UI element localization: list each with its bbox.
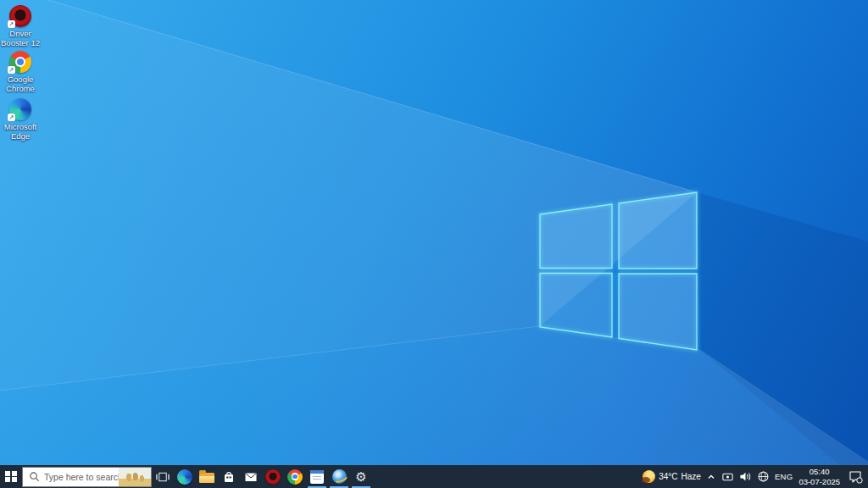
- windows-start-icon: [5, 471, 17, 483]
- meet-now-icon: [721, 470, 734, 483]
- taskbar-driver-booster[interactable]: [262, 465, 284, 488]
- edge-icon: [177, 469, 192, 485]
- clock[interactable]: 05:40 03-07-2025: [795, 465, 843, 488]
- taskbar-document-app[interactable]: [306, 465, 328, 488]
- chrome-icon: [287, 469, 303, 485]
- desktop-icon-label: Google Chrome: [0, 75, 41, 93]
- taskbar-settings[interactable]: ⚙: [350, 465, 372, 488]
- task-view-button[interactable]: [152, 465, 174, 488]
- driver-booster-icon: [265, 469, 281, 485]
- language-indicator[interactable]: ENG: [772, 465, 796, 488]
- search-icon: [29, 471, 40, 482]
- mail-icon: [244, 470, 258, 484]
- windows-desktop: ↗ Driver Booster 12 ↗ Google Chrome ↗ Mi…: [0, 0, 868, 488]
- search-highlight-image[interactable]: [119, 468, 151, 486]
- taskbar-microsoft-store[interactable]: [218, 465, 240, 488]
- network-globe-icon: [757, 470, 770, 483]
- taskbar-edge[interactable]: [174, 465, 196, 488]
- taskbar-web-tool-app[interactable]: [328, 465, 350, 488]
- document-app-icon: [310, 470, 324, 484]
- language-label: ENG: [775, 472, 793, 481]
- notification-bubble-icon: [849, 469, 863, 484]
- store-icon: [222, 470, 236, 484]
- system-tray: 34°C Haze: [640, 465, 868, 488]
- chevron-up-icon: [706, 472, 716, 482]
- taskbar-file-explorer[interactable]: [196, 465, 218, 488]
- desktop-icon-label: Microsoft Edge: [0, 123, 41, 141]
- taskbar-chrome[interactable]: [284, 465, 306, 488]
- globe-swoosh-icon: [332, 469, 347, 484]
- date-label: 03-07-2025: [798, 477, 840, 486]
- weather-temperature: 34°C: [659, 472, 677, 481]
- taskbar-search[interactable]: [22, 467, 152, 487]
- show-hidden-icons-button[interactable]: [704, 465, 719, 488]
- start-button[interactable]: [0, 465, 22, 488]
- shortcut-arrow-icon: ↗: [8, 114, 15, 121]
- desktop-icon-label: Driver Booster 12: [0, 30, 41, 47]
- desktop-icon-microsoft-edge[interactable]: ↗ Microsoft Edge: [0, 98, 41, 141]
- taskbar-mail[interactable]: [240, 465, 262, 488]
- taskbar: ⚙ 34°C Haze: [0, 465, 868, 488]
- weather-condition: Haze: [682, 472, 701, 481]
- meet-now-button[interactable]: [719, 465, 737, 488]
- shortcut-arrow-icon: ↗: [8, 20, 15, 28]
- search-input[interactable]: [44, 472, 119, 482]
- volume-button[interactable]: [737, 465, 754, 488]
- weather-haze-icon: [643, 470, 655, 483]
- shortcut-arrow-icon: ↗: [8, 66, 15, 74]
- desktop-icon-driver-booster[interactable]: ↗ Driver Booster 12: [0, 5, 41, 47]
- time-label: 05:40: [810, 467, 830, 476]
- task-view-icon: [156, 470, 170, 484]
- network-button[interactable]: [754, 465, 772, 488]
- desktop-background[interactable]: [0, 0, 868, 488]
- action-center-button[interactable]: [843, 465, 867, 488]
- speaker-icon: [739, 470, 752, 483]
- file-explorer-icon: [199, 473, 214, 483]
- gear-icon: ⚙: [355, 470, 366, 483]
- driver-booster-icon: ↗: [9, 5, 31, 27]
- desktop-icon-google-chrome[interactable]: ↗ Google Chrome: [0, 51, 41, 93]
- weather-widget[interactable]: 34°C Haze: [640, 465, 704, 488]
- chrome-icon: ↗: [9, 51, 31, 73]
- edge-icon: ↗: [9, 98, 31, 120]
